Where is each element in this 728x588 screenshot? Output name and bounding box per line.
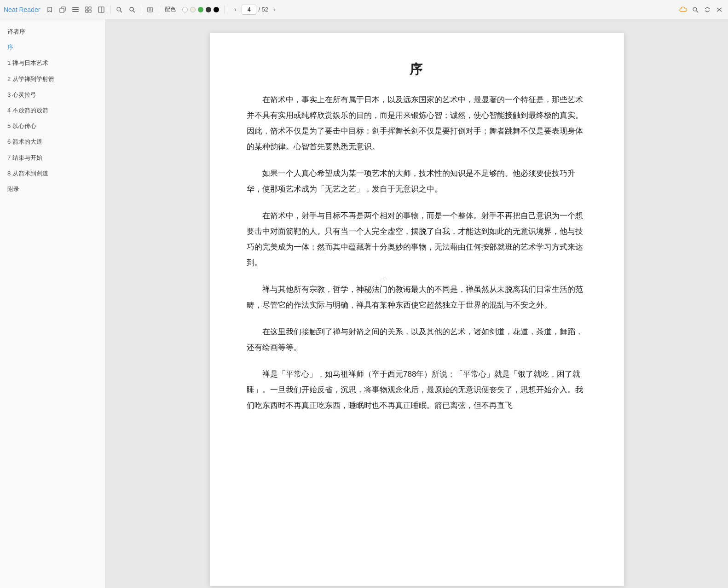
dot-white[interactable] — [182, 7, 188, 12]
search-right-icon[interactable] — [690, 5, 700, 15]
svg-rect-4 — [72, 11, 79, 12]
page-navigation: ‹ / 52 › — [231, 5, 279, 15]
dot-light[interactable] — [190, 7, 196, 12]
sidebar-item-translator-preface[interactable]: 译者序 — [0, 24, 105, 40]
sidebar-item-ch5[interactable]: 5 以心传心 — [0, 118, 105, 134]
search-toolbar-icon[interactable] — [127, 5, 137, 15]
next-page-button[interactable]: › — [270, 5, 279, 14]
color-dots-group — [182, 7, 219, 12]
sidebar-item-ch1[interactable]: 1 禅与日本艺术 — [0, 55, 105, 71]
paragraph-6: 禅是「平常心」，如马祖禅师（卒于西元788年）所说；「平常心」就是「饿了就吃，困… — [247, 367, 587, 413]
svg-rect-6 — [89, 7, 91, 9]
chapter-title: 序 — [247, 61, 587, 78]
sidebar-item-ch3[interactable]: 3 心灵拉弓 — [0, 87, 105, 103]
content-area[interactable]: hayona.cn 序 在箭术中，事实上在所有属于日本，以及远东国家的艺术中，最… — [106, 19, 728, 588]
svg-rect-7 — [86, 10, 88, 12]
copy-toolbar-icon[interactable] — [58, 5, 68, 15]
sidebar-item-ch7[interactable]: 7 结束与开始 — [0, 150, 105, 166]
paragraph-4: 禅与其他所有宗教，哲学，神秘法门的教诲最大的不同是，禅虽然从未脱离我们日常生活的… — [247, 282, 587, 313]
sidebar-item-ch6[interactable]: 6 箭术的大道 — [0, 134, 105, 150]
cloud-icon[interactable] — [678, 5, 688, 15]
page-number-input[interactable] — [242, 5, 256, 15]
fit-page-toolbar-icon[interactable] — [145, 5, 155, 15]
separator3 — [159, 6, 159, 14]
bookmark-toolbar-icon[interactable] — [45, 5, 55, 15]
svg-point-13 — [130, 7, 133, 11]
color-label: 配色 — [165, 6, 176, 13]
sidebar-item-ch2[interactable]: 2 从学禅到学射箭 — [0, 71, 105, 87]
sidebar-item-appendix[interactable]: 附录 — [0, 181, 105, 197]
svg-line-14 — [133, 11, 135, 12]
paragraph-3: 在箭术中，射手与目标不再是两个相对的事物，而是一个整体。射手不再把自己意识为一个… — [247, 208, 587, 271]
sidebar: 译者序 序 1 禅与日本艺术 2 从学禅到学射箭 3 心灵拉弓 4 不放箭的放箭… — [0, 19, 106, 588]
title-bar: Neat Reader — [0, 0, 728, 19]
svg-line-12 — [120, 11, 122, 12]
sidebar-item-ch4[interactable]: 4 不放箭的放箭 — [0, 103, 105, 118]
sidebar-item-ch8[interactable]: 8 从箭术到剑道 — [0, 166, 105, 181]
app-title: Neat Reader — [4, 6, 40, 13]
right-toolbar-icons — [678, 5, 724, 15]
svg-rect-16 — [149, 8, 151, 11]
svg-point-11 — [117, 7, 121, 11]
dot-green[interactable] — [198, 7, 203, 12]
main-layout: 译者序 序 1 禅与日本艺术 2 从学禅到学射箭 3 心灵拉弓 4 不放箭的放箭… — [0, 19, 728, 588]
search-small-toolbar-icon[interactable] — [114, 5, 124, 15]
paragraph-2: 如果一个人真心希望成为某一项艺术的大师，技术性的知识是不足够的。他必须要使技巧升… — [247, 166, 587, 197]
svg-point-17 — [693, 7, 697, 11]
separator2 — [141, 6, 141, 14]
collapse-icon[interactable] — [714, 5, 724, 15]
book-page: hayona.cn 序 在箭术中，事实上在所有属于日本，以及远东国家的艺术中，最… — [210, 33, 624, 586]
svg-line-18 — [697, 11, 699, 12]
prev-page-button[interactable]: ‹ — [231, 5, 240, 14]
sidebar-item-preface[interactable]: 序 — [0, 40, 105, 55]
expand-icon[interactable] — [702, 5, 712, 15]
menu-toolbar-icon[interactable] — [70, 5, 81, 15]
svg-rect-8 — [89, 10, 91, 12]
svg-rect-1 — [60, 8, 64, 12]
separator4 — [225, 6, 225, 14]
layout-toolbar-icon[interactable] — [96, 5, 106, 15]
svg-rect-5 — [86, 7, 88, 9]
svg-rect-2 — [72, 7, 79, 8]
dot-dark[interactable] — [206, 7, 211, 12]
svg-rect-3 — [72, 9, 79, 10]
separator1 — [110, 6, 110, 14]
dot-black[interactable] — [214, 7, 219, 12]
page-separator-label: / 52 — [258, 6, 268, 13]
paragraph-1: 在箭术中，事实上在所有属于日本，以及远东国家的艺术中，最显著的一个特征是，那些艺… — [247, 92, 587, 155]
grid-toolbar-icon[interactable] — [83, 5, 93, 15]
paragraph-5: 在这里我们接触到了禅与射箭之间的关系，以及其他的艺术，诸如剑道，花道，茶道，舞蹈… — [247, 324, 587, 355]
